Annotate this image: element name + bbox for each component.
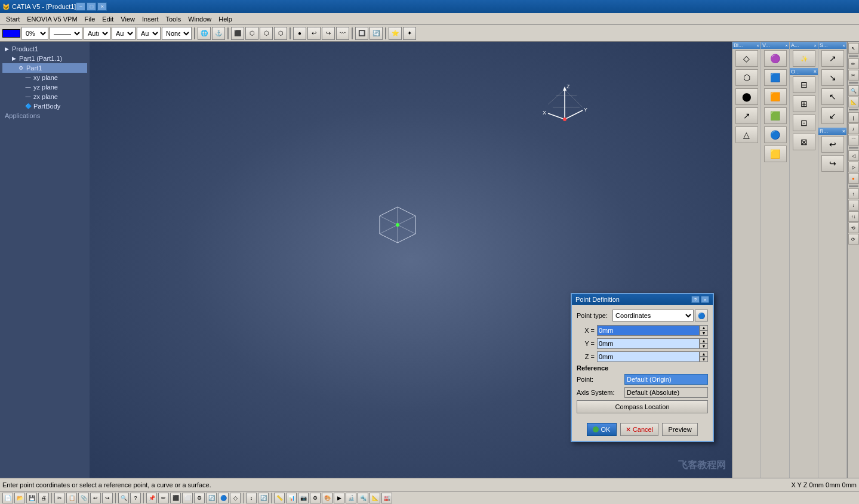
toolbar-btn-2[interactable]: ⚓ — [212, 27, 225, 40]
toolbar-btn-6[interactable]: ⬡ — [274, 27, 287, 40]
toolbar-btn-9[interactable]: ↪ — [322, 27, 335, 40]
a-btn-1[interactable]: ✨ — [793, 50, 815, 67]
bottom-btn-animation[interactable]: ▶ — [334, 493, 344, 503]
bottom-btn-print[interactable]: 🖨 — [38, 493, 49, 503]
ok-button[interactable]: OK — [587, 423, 617, 436]
bottom-btn-pad[interactable]: ⬛ — [170, 493, 181, 503]
s-btn-3[interactable]: ↖ — [821, 88, 844, 105]
v-btn-1[interactable]: 🟣 — [764, 50, 787, 67]
axis-ref-value[interactable]: Default (Absolute) — [624, 387, 708, 398]
far-right-btn-13[interactable]: ↑↓ — [848, 211, 859, 222]
toolbar-btn-3[interactable]: ⬛ — [231, 27, 244, 40]
bottom-btn-assembly[interactable]: 🔩 — [358, 493, 368, 503]
preview-button[interactable]: Preview — [662, 423, 698, 436]
menu-help[interactable]: Help — [215, 14, 236, 24]
far-right-btn-1[interactable]: ✏ — [848, 58, 859, 69]
s-btn-1[interactable]: ↗ — [821, 50, 844, 67]
menu-file[interactable]: File — [81, 14, 99, 24]
toolbar-btn-8[interactable]: ↩ — [307, 27, 321, 40]
bottom-btn-groove[interactable]: 🔄 — [206, 493, 217, 503]
far-right-btn-10[interactable]: ● — [848, 173, 859, 184]
bottom-btn-move[interactable]: ↕ — [246, 493, 257, 503]
cancel-button[interactable]: ✕ Cancel — [620, 423, 658, 436]
v-btn-4[interactable]: 🟩 — [764, 107, 787, 124]
s-btn-2[interactable]: ↘ — [821, 69, 844, 86]
o-btn-2[interactable]: ⊞ — [793, 95, 815, 112]
y-spin-down[interactable]: ▼ — [700, 344, 708, 349]
bottom-btn-nc[interactable]: 🏭 — [381, 493, 392, 503]
z-spin-up[interactable]: ▲ — [700, 351, 708, 357]
none-select[interactable]: None — [162, 27, 192, 40]
point-type-helper-btn[interactable]: 🔵 — [695, 310, 708, 321]
x-spin-up[interactable]: ▲ — [700, 325, 708, 330]
bottom-btn-point[interactable]: 📌 — [146, 493, 157, 503]
bottom-btn-paste[interactable]: 📎 — [78, 493, 89, 503]
bottom-btn-chamfer[interactable]: ◇ — [230, 493, 241, 503]
bottom-btn-redo[interactable]: ↪ — [102, 493, 113, 503]
bottom-btn-open[interactable]: 📂 — [14, 493, 25, 503]
far-right-btn-9[interactable]: ▷ — [848, 162, 859, 172]
far-right-btn-12[interactable]: ↓ — [848, 200, 859, 211]
v-btn-3[interactable]: 🟧 — [764, 88, 787, 105]
far-right-btn-14[interactable]: ⟲ — [848, 222, 859, 233]
toolbar-btn-11[interactable]: 🔲 — [355, 27, 368, 40]
bottom-btn-camera[interactable]: 📷 — [298, 493, 309, 503]
far-right-btn-4[interactable]: 📐 — [848, 97, 859, 107]
far-right-cursor-icon[interactable]: ↖ — [848, 43, 859, 54]
palette-v-close[interactable]: × — [785, 43, 788, 48]
bottom-btn-shaft[interactable]: ⚙ — [194, 493, 205, 503]
tree-item-part11[interactable]: ▶ Part1 (Part1.1) — [2, 54, 87, 63]
x-input[interactable] — [597, 325, 700, 336]
far-right-btn-8[interactable]: ◁ — [848, 150, 859, 161]
viewport[interactable]: Z Y X 飞客教程网 — [90, 42, 732, 478]
toolbar-btn-14[interactable]: ✦ — [403, 27, 416, 40]
close-button[interactable]: × — [97, 2, 107, 11]
toolbar-btn-10[interactable]: 〰 — [336, 27, 349, 40]
tree-item-zx[interactable]: — zx plane — [2, 92, 87, 101]
tree-item-product1[interactable]: ▶ Product1 — [2, 44, 87, 54]
bottom-btn-sketch[interactable]: ✏ — [158, 493, 169, 503]
palette-s-close[interactable]: × — [842, 43, 845, 48]
palette-o-close[interactable]: × — [814, 69, 817, 75]
tree-item-partbody[interactable]: 🔷 PartBody — [2, 101, 87, 111]
bottom-btn-analyze[interactable]: 📊 — [286, 493, 297, 503]
menu-edit[interactable]: Edit — [98, 14, 117, 24]
x-spin-down[interactable]: ▼ — [700, 330, 708, 336]
bi-btn-4[interactable]: ↗ — [735, 107, 758, 124]
toolbar-btn-12[interactable]: 🔄 — [370, 27, 383, 40]
far-right-btn-2[interactable]: ✂ — [848, 70, 859, 81]
v-btn-2[interactable]: 🟦 — [764, 69, 787, 86]
z-spin-down[interactable]: ▼ — [700, 357, 708, 362]
menu-insert[interactable]: Insert — [138, 14, 162, 24]
linetype-select[interactable]: ——— — [50, 27, 82, 40]
v-btn-6[interactable]: 🟨 — [764, 146, 787, 162]
s-btn-4[interactable]: ↙ — [821, 107, 844, 124]
bi-btn-3[interactable]: ⬤ — [735, 88, 758, 105]
bottom-btn-save[interactable]: 💾 — [26, 493, 37, 503]
menu-tools[interactable]: Tools — [162, 14, 184, 24]
bottom-btn-cut[interactable]: ✂ — [54, 493, 65, 503]
bi-btn-5[interactable]: △ — [735, 126, 758, 143]
tree-item-yz[interactable]: — yz plane — [2, 82, 87, 92]
menu-view[interactable]: View — [117, 14, 138, 24]
far-right-btn-5[interactable]: | — [848, 112, 859, 123]
bottom-btn-pocket[interactable]: ⬜ — [182, 493, 193, 503]
far-right-btn-7[interactable]: ⌒ — [848, 135, 859, 146]
y-spin-up[interactable]: ▲ — [700, 338, 708, 344]
aut-select1[interactable]: Aut — [112, 27, 136, 40]
percent-select[interactable]: 0% — [21, 27, 48, 40]
point-type-select[interactable]: Coordinates — [612, 310, 694, 321]
toolbar-btn-5[interactable]: ⬡ — [260, 27, 273, 40]
bottom-btn-rotate[interactable]: 🔄 — [258, 493, 269, 503]
menu-enovia[interactable]: ENOVIA V5 VPM — [23, 14, 81, 24]
palette-bi-close[interactable]: × — [756, 43, 759, 48]
compass-location-button[interactable]: Compass Location — [577, 400, 708, 413]
o-btn-3[interactable]: ⊡ — [793, 115, 815, 131]
aut-select2[interactable]: Aut — [137, 27, 161, 40]
bottom-btn-simulation[interactable]: 🔬 — [346, 493, 356, 503]
menu-window[interactable]: Window — [184, 14, 215, 24]
dialog-close-button[interactable]: × — [701, 296, 709, 303]
y-input[interactable] — [597, 338, 700, 349]
tree-item-part1[interactable]: ⚙ Part1 — [2, 63, 87, 73]
palette-a-close[interactable]: × — [814, 43, 817, 48]
